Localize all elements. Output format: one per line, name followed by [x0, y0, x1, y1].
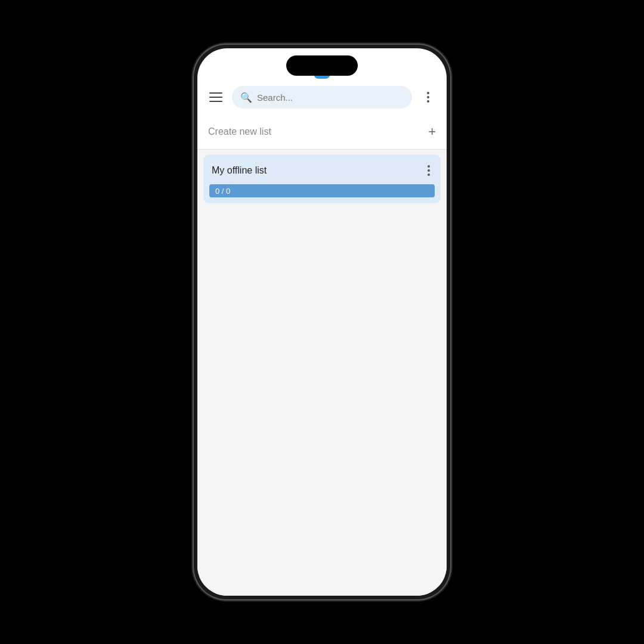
search-icon: 🔍: [240, 92, 252, 103]
hamburger-line-2: [209, 97, 222, 98]
content-area: Create new list + My offline list 0 / 0: [197, 114, 447, 596]
phone-frame: 🔍 Create new list + My offlin: [194, 45, 450, 599]
phone-screen: 🔍 Create new list + My offlin: [197, 48, 447, 596]
list-card: My offline list 0 / 0: [203, 154, 441, 203]
list-dot-2: [428, 169, 430, 172]
list-card-header: My offline list: [203, 154, 441, 184]
list-name: My offline list: [212, 165, 267, 176]
list-dot-1: [428, 165, 430, 168]
create-new-list-row[interactable]: Create new list +: [197, 114, 447, 150]
dynamic-island: [286, 55, 358, 76]
more-options-button[interactable]: [418, 87, 438, 107]
list-progress-bar: 0 / 0: [209, 184, 435, 197]
search-input[interactable]: [257, 92, 404, 103]
list-dot-3: [428, 174, 430, 176]
list-progress-label: 0 / 0: [215, 187, 230, 196]
search-bar[interactable]: 🔍: [232, 86, 412, 109]
hamburger-menu-button[interactable]: [206, 87, 226, 107]
dot-3: [427, 100, 429, 103]
dot-2: [427, 96, 429, 98]
hamburger-line-3: [209, 101, 222, 102]
top-bar: 🔍: [197, 81, 447, 114]
create-new-list-label: Create new list: [208, 126, 271, 137]
more-dots: [427, 92, 429, 103]
hamburger-line-1: [209, 92, 222, 94]
dot-1: [427, 92, 429, 94]
list-more-options-button[interactable]: [425, 163, 432, 178]
create-new-list-plus-icon[interactable]: +: [428, 125, 436, 138]
